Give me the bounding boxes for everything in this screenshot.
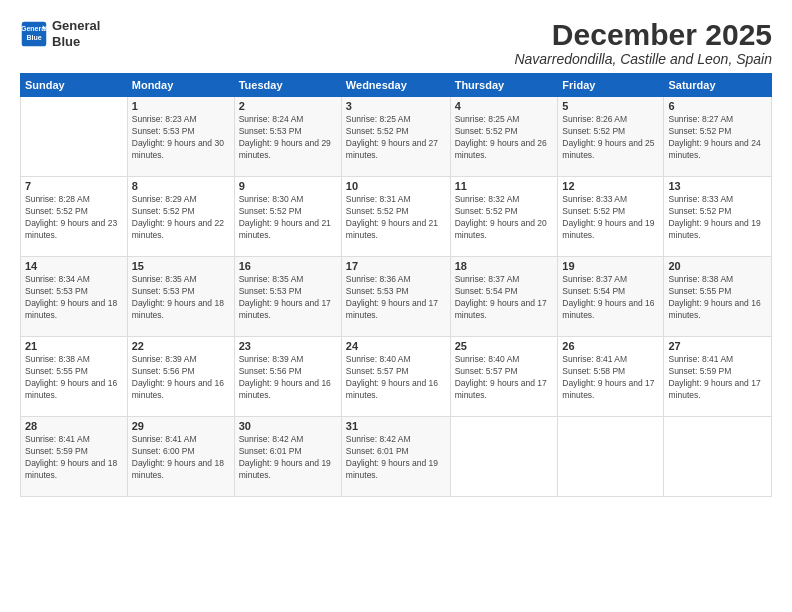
day-number: 6 — [668, 100, 767, 112]
calendar-cell: 8Sunrise: 8:29 AMSunset: 5:52 PMDaylight… — [127, 177, 234, 257]
calendar-cell: 29Sunrise: 8:41 AMSunset: 6:00 PMDayligh… — [127, 417, 234, 497]
header-day: Monday — [127, 74, 234, 97]
calendar-cell: 15Sunrise: 8:35 AMSunset: 5:53 PMDayligh… — [127, 257, 234, 337]
calendar-cell: 3Sunrise: 8:25 AMSunset: 5:52 PMDaylight… — [341, 97, 450, 177]
day-number: 16 — [239, 260, 337, 272]
day-number: 9 — [239, 180, 337, 192]
day-info: Sunrise: 8:23 AMSunset: 5:53 PMDaylight:… — [132, 114, 230, 162]
logo-line2: Blue — [52, 34, 100, 50]
header-day: Thursday — [450, 74, 558, 97]
day-info: Sunrise: 8:37 AMSunset: 5:54 PMDaylight:… — [455, 274, 554, 322]
calendar-cell: 14Sunrise: 8:34 AMSunset: 5:53 PMDayligh… — [21, 257, 128, 337]
day-info: Sunrise: 8:33 AMSunset: 5:52 PMDaylight:… — [562, 194, 659, 242]
main-title: December 2025 — [514, 18, 772, 51]
day-number: 15 — [132, 260, 230, 272]
day-info: Sunrise: 8:38 AMSunset: 5:55 PMDaylight:… — [25, 354, 123, 402]
subtitle: Navarredondilla, Castille and Leon, Spai… — [514, 51, 772, 67]
day-info: Sunrise: 8:30 AMSunset: 5:52 PMDaylight:… — [239, 194, 337, 242]
day-number: 20 — [668, 260, 767, 272]
day-number: 26 — [562, 340, 659, 352]
calendar-cell: 24Sunrise: 8:40 AMSunset: 5:57 PMDayligh… — [341, 337, 450, 417]
day-number: 5 — [562, 100, 659, 112]
day-info: Sunrise: 8:31 AMSunset: 5:52 PMDaylight:… — [346, 194, 446, 242]
calendar-cell: 5Sunrise: 8:26 AMSunset: 5:52 PMDaylight… — [558, 97, 664, 177]
day-info: Sunrise: 8:39 AMSunset: 5:56 PMDaylight:… — [239, 354, 337, 402]
day-number: 2 — [239, 100, 337, 112]
page: General Blue General Blue December 2025 … — [0, 0, 792, 612]
calendar-cell — [450, 417, 558, 497]
day-info: Sunrise: 8:41 AMSunset: 6:00 PMDaylight:… — [132, 434, 230, 482]
day-number: 3 — [346, 100, 446, 112]
day-number: 25 — [455, 340, 554, 352]
day-info: Sunrise: 8:36 AMSunset: 5:53 PMDaylight:… — [346, 274, 446, 322]
day-info: Sunrise: 8:24 AMSunset: 5:53 PMDaylight:… — [239, 114, 337, 162]
day-info: Sunrise: 8:41 AMSunset: 5:58 PMDaylight:… — [562, 354, 659, 402]
calendar-cell: 12Sunrise: 8:33 AMSunset: 5:52 PMDayligh… — [558, 177, 664, 257]
day-number: 1 — [132, 100, 230, 112]
day-number: 18 — [455, 260, 554, 272]
calendar-week-row: 7Sunrise: 8:28 AMSunset: 5:52 PMDaylight… — [21, 177, 772, 257]
day-number: 13 — [668, 180, 767, 192]
day-number: 30 — [239, 420, 337, 432]
day-info: Sunrise: 8:33 AMSunset: 5:52 PMDaylight:… — [668, 194, 767, 242]
calendar-cell: 22Sunrise: 8:39 AMSunset: 5:56 PMDayligh… — [127, 337, 234, 417]
header-day: Wednesday — [341, 74, 450, 97]
day-info: Sunrise: 8:29 AMSunset: 5:52 PMDaylight:… — [132, 194, 230, 242]
calendar-cell: 21Sunrise: 8:38 AMSunset: 5:55 PMDayligh… — [21, 337, 128, 417]
header-day: Sunday — [21, 74, 128, 97]
day-info: Sunrise: 8:41 AMSunset: 5:59 PMDaylight:… — [25, 434, 123, 482]
header-day: Friday — [558, 74, 664, 97]
calendar-week-row: 14Sunrise: 8:34 AMSunset: 5:53 PMDayligh… — [21, 257, 772, 337]
day-info: Sunrise: 8:38 AMSunset: 5:55 PMDaylight:… — [668, 274, 767, 322]
day-number: 7 — [25, 180, 123, 192]
day-info: Sunrise: 8:28 AMSunset: 5:52 PMDaylight:… — [25, 194, 123, 242]
calendar-cell: 25Sunrise: 8:40 AMSunset: 5:57 PMDayligh… — [450, 337, 558, 417]
day-number: 19 — [562, 260, 659, 272]
calendar-cell: 31Sunrise: 8:42 AMSunset: 6:01 PMDayligh… — [341, 417, 450, 497]
day-info: Sunrise: 8:35 AMSunset: 5:53 PMDaylight:… — [132, 274, 230, 322]
day-number: 14 — [25, 260, 123, 272]
day-number: 22 — [132, 340, 230, 352]
day-number: 24 — [346, 340, 446, 352]
header-day: Saturday — [664, 74, 772, 97]
calendar-cell: 18Sunrise: 8:37 AMSunset: 5:54 PMDayligh… — [450, 257, 558, 337]
svg-text:Blue: Blue — [26, 34, 41, 41]
calendar-cell: 4Sunrise: 8:25 AMSunset: 5:52 PMDaylight… — [450, 97, 558, 177]
day-number: 29 — [132, 420, 230, 432]
day-info: Sunrise: 8:26 AMSunset: 5:52 PMDaylight:… — [562, 114, 659, 162]
calendar-cell: 27Sunrise: 8:41 AMSunset: 5:59 PMDayligh… — [664, 337, 772, 417]
calendar-cell: 17Sunrise: 8:36 AMSunset: 5:53 PMDayligh… — [341, 257, 450, 337]
day-info: Sunrise: 8:25 AMSunset: 5:52 PMDaylight:… — [455, 114, 554, 162]
calendar-table: SundayMondayTuesdayWednesdayThursdayFrid… — [20, 73, 772, 497]
day-info: Sunrise: 8:41 AMSunset: 5:59 PMDaylight:… — [668, 354, 767, 402]
calendar-cell — [21, 97, 128, 177]
day-info: Sunrise: 8:39 AMSunset: 5:56 PMDaylight:… — [132, 354, 230, 402]
calendar-cell: 10Sunrise: 8:31 AMSunset: 5:52 PMDayligh… — [341, 177, 450, 257]
calendar-header-row: SundayMondayTuesdayWednesdayThursdayFrid… — [21, 74, 772, 97]
header: General Blue General Blue December 2025 … — [20, 18, 772, 67]
calendar-week-row: 28Sunrise: 8:41 AMSunset: 5:59 PMDayligh… — [21, 417, 772, 497]
logo-text: General Blue — [52, 18, 100, 49]
day-info: Sunrise: 8:25 AMSunset: 5:52 PMDaylight:… — [346, 114, 446, 162]
calendar-week-row: 1Sunrise: 8:23 AMSunset: 5:53 PMDaylight… — [21, 97, 772, 177]
logo: General Blue General Blue — [20, 18, 100, 49]
calendar-cell: 26Sunrise: 8:41 AMSunset: 5:58 PMDayligh… — [558, 337, 664, 417]
day-info: Sunrise: 8:34 AMSunset: 5:53 PMDaylight:… — [25, 274, 123, 322]
header-day: Tuesday — [234, 74, 341, 97]
day-number: 10 — [346, 180, 446, 192]
logo-icon: General Blue — [20, 20, 48, 48]
calendar-cell: 19Sunrise: 8:37 AMSunset: 5:54 PMDayligh… — [558, 257, 664, 337]
calendar-cell: 16Sunrise: 8:35 AMSunset: 5:53 PMDayligh… — [234, 257, 341, 337]
logo-line1: General — [52, 18, 100, 34]
day-info: Sunrise: 8:27 AMSunset: 5:52 PMDaylight:… — [668, 114, 767, 162]
day-info: Sunrise: 8:32 AMSunset: 5:52 PMDaylight:… — [455, 194, 554, 242]
calendar-cell: 28Sunrise: 8:41 AMSunset: 5:59 PMDayligh… — [21, 417, 128, 497]
day-number: 12 — [562, 180, 659, 192]
day-number: 4 — [455, 100, 554, 112]
day-number: 23 — [239, 340, 337, 352]
calendar-cell: 6Sunrise: 8:27 AMSunset: 5:52 PMDaylight… — [664, 97, 772, 177]
day-info: Sunrise: 8:40 AMSunset: 5:57 PMDaylight:… — [455, 354, 554, 402]
calendar-cell: 11Sunrise: 8:32 AMSunset: 5:52 PMDayligh… — [450, 177, 558, 257]
calendar-week-row: 21Sunrise: 8:38 AMSunset: 5:55 PMDayligh… — [21, 337, 772, 417]
calendar-cell: 1Sunrise: 8:23 AMSunset: 5:53 PMDaylight… — [127, 97, 234, 177]
